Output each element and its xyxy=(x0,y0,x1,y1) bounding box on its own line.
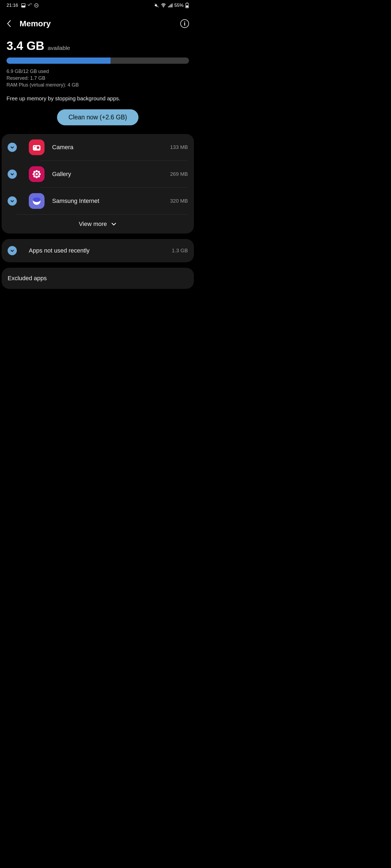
svg-point-23 xyxy=(38,175,40,177)
view-more-button[interactable]: View more xyxy=(2,215,194,234)
memory-progress-bar xyxy=(6,58,189,64)
excluded-label: Excluded apps xyxy=(8,275,47,282)
app-size: 133 MB xyxy=(170,144,188,150)
check-icon[interactable] xyxy=(8,143,17,152)
clean-now-button[interactable]: Clean now (+2.6 GB) xyxy=(57,109,138,125)
gallery-icon xyxy=(29,166,45,182)
circle-minus-icon xyxy=(34,3,39,8)
page-title: Memory xyxy=(20,19,51,28)
battery-percent: 55% xyxy=(174,3,184,8)
svg-point-4 xyxy=(163,6,164,7)
battery-icon xyxy=(185,3,189,8)
svg-rect-8 xyxy=(172,3,172,7)
excluded-apps-card[interactable]: Excluded apps xyxy=(2,268,194,289)
svg-rect-5 xyxy=(168,6,169,8)
apps-card: Camera 133 MB Gallery 269 MB Samsung Int… xyxy=(2,134,194,234)
svg-point-20 xyxy=(33,171,35,173)
app-row-gallery[interactable]: Gallery 269 MB xyxy=(2,161,194,187)
svg-point-15 xyxy=(35,173,38,175)
available-amount: 3.4 GB xyxy=(6,39,44,53)
app-row-camera[interactable]: Camera 133 MB xyxy=(2,134,194,161)
check-icon[interactable] xyxy=(8,169,17,179)
app-name: Samsung Internet xyxy=(52,197,100,205)
check-icon[interactable] xyxy=(8,246,17,255)
not-recent-size: 1.3 GB xyxy=(172,248,188,254)
view-more-label: View more xyxy=(79,220,107,227)
app-name: Gallery xyxy=(52,170,71,178)
memory-progress-fill xyxy=(6,58,111,64)
not-recent-card[interactable]: Apps not used recently 1.3 GB xyxy=(2,239,194,262)
back-button[interactable] xyxy=(6,19,12,28)
wifi-icon xyxy=(161,3,166,8)
reserved-line: Reserved: 1.7 GB xyxy=(6,75,189,81)
header: Memory i xyxy=(0,11,196,39)
status-bar: 21:16 55% xyxy=(0,0,196,11)
svg-point-13 xyxy=(37,146,39,149)
svg-point-18 xyxy=(33,173,35,175)
mute-icon xyxy=(154,3,159,8)
internet-icon xyxy=(29,193,45,209)
info-button[interactable]: i xyxy=(180,19,189,28)
app-name: Camera xyxy=(52,144,73,151)
available-label: available xyxy=(48,45,70,51)
chevron-down-icon xyxy=(111,222,117,226)
app-size: 320 MB xyxy=(170,198,188,204)
check-icon[interactable] xyxy=(8,196,17,206)
memory-section: 3.4 GB available 6.9 GB/12 GB used Reser… xyxy=(0,39,196,125)
shuffle-icon xyxy=(27,3,32,7)
available-memory: 3.4 GB available xyxy=(6,39,189,53)
signal-icon xyxy=(168,3,173,8)
svg-rect-11 xyxy=(186,5,188,7)
status-time: 21:16 xyxy=(6,3,18,8)
status-left-icons xyxy=(21,3,39,8)
svg-point-22 xyxy=(33,175,35,177)
svg-point-25 xyxy=(33,197,40,202)
help-text: Free up memory by stopping background ap… xyxy=(6,95,189,102)
svg-point-17 xyxy=(35,176,38,178)
svg-point-14 xyxy=(34,146,35,147)
used-line: 6.9 GB/12 GB used xyxy=(6,69,189,74)
image-icon xyxy=(21,3,26,8)
not-recent-label: Apps not used recently xyxy=(29,247,166,254)
svg-point-19 xyxy=(38,173,41,175)
camera-icon xyxy=(29,140,45,155)
app-size: 269 MB xyxy=(170,171,188,177)
svg-point-21 xyxy=(38,171,40,173)
svg-rect-6 xyxy=(169,5,170,7)
app-row-internet[interactable]: Samsung Internet 320 MB xyxy=(2,188,194,214)
ramplus-line: RAM Plus (virtual memory): 4 GB xyxy=(6,82,189,88)
svg-rect-7 xyxy=(170,4,171,7)
svg-point-16 xyxy=(35,170,38,172)
